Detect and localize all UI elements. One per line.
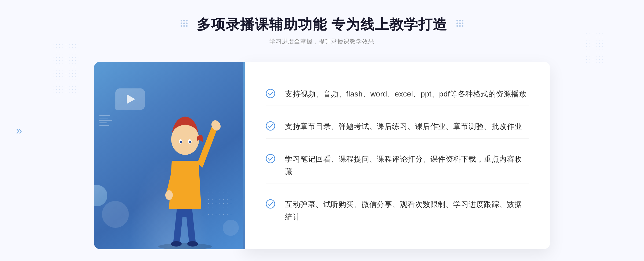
dot-grid-left xyxy=(181,20,188,27)
sub-title: 学习进度全掌握，提升录播课教学效果 xyxy=(197,38,447,46)
feature-text-1: 支持视频、音频、flash、word、excel、ppt、pdf等各种格式的资源… xyxy=(285,88,526,100)
svg-point-7 xyxy=(180,141,182,143)
svg-point-4 xyxy=(171,124,199,155)
page-container: » 多项录播课辅助功能 专为线上教学打造 学习进度全掌握，提升录播课教学效果 xyxy=(0,0,644,261)
bg-dots-right xyxy=(585,32,606,64)
feature-text-4: 互动弹幕、试听购买、微信分享、观看次数限制、学习进度跟踪、数据统计 xyxy=(285,198,529,223)
main-content: 支持视频、音频、flash、word、excel、ppt、pdf等各种格式的资源… xyxy=(94,62,550,249)
feature-text-2: 支持章节目录、弹题考试、课后练习、课后作业、章节测验、批改作业 xyxy=(285,120,522,133)
feature-item-2: 支持章节目录、弹题考试、课后练习、课后作业、章节测验、批改作业 xyxy=(266,115,529,139)
illustration-card xyxy=(94,62,244,249)
svg-point-11 xyxy=(266,89,275,98)
svg-point-1 xyxy=(171,241,182,247)
header-dots-left xyxy=(181,20,188,27)
feature-item-3: 学习笔记回看、课程提问、课程评论打分、课件资料下载，重点内容收藏 xyxy=(266,147,529,184)
circle-outside-decoration xyxy=(94,185,107,206)
person-illustration xyxy=(145,94,225,249)
feature-text-3: 学习笔记回看、课程提问、课程评论打分、课件资料下载，重点内容收藏 xyxy=(285,153,529,178)
svg-point-0 xyxy=(158,243,212,249)
svg-point-2 xyxy=(187,241,198,247)
feature-item-1: 支持视频、音频、flash、word、excel、ppt、pdf等各种格式的资源… xyxy=(266,82,529,106)
svg-point-12 xyxy=(266,122,275,130)
check-icon-1 xyxy=(266,89,275,98)
svg-point-14 xyxy=(266,200,275,208)
check-icon-2 xyxy=(266,121,275,131)
lines-decoration xyxy=(99,115,112,126)
dot-grid-right xyxy=(456,20,463,27)
play-triangle xyxy=(127,94,135,104)
blue-separator-bar xyxy=(243,62,245,249)
main-title: 多项录播课辅助功能 专为线上教学打造 xyxy=(197,16,447,33)
svg-point-13 xyxy=(266,154,275,163)
content-panel: 支持视频、音频、flash、word、excel、ppt、pdf等各种格式的资源… xyxy=(244,62,550,249)
svg-point-8 xyxy=(189,141,191,143)
svg-point-10 xyxy=(165,190,173,200)
check-icon-3 xyxy=(266,154,275,163)
header-section: 多项录播课辅助功能 专为线上教学打造 学习进度全掌握，提升录播课教学效果 xyxy=(197,16,447,46)
circle-decoration-1 xyxy=(102,201,129,228)
play-bubble xyxy=(115,88,145,110)
header-dots-right xyxy=(456,20,463,27)
check-icon-4 xyxy=(266,199,275,209)
far-left-chevrons: » xyxy=(16,125,22,136)
bg-dots-left xyxy=(48,43,80,96)
feature-item-4: 互动弹幕、试听购买、微信分享、观看次数限制、学习进度跟踪、数据统计 xyxy=(266,193,529,229)
